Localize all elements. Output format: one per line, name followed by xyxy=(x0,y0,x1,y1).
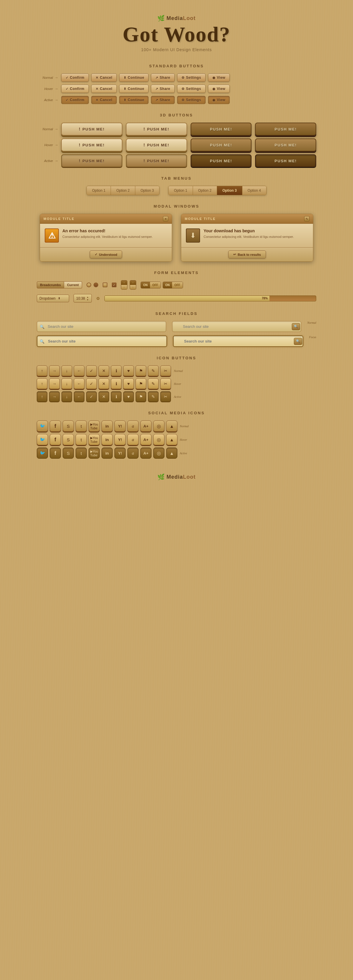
share-btn-hover[interactable]: ↗ Share xyxy=(151,85,174,93)
search-input-right-normal[interactable] xyxy=(172,321,302,332)
facebook-normal[interactable]: f xyxy=(50,420,61,432)
youtube-active[interactable]: ▶YouTube xyxy=(89,447,100,459)
settings-btn-active[interactable]: ⚙ Settings xyxy=(177,96,206,104)
search-input-right-focus[interactable] xyxy=(173,336,303,347)
push-3-normal[interactable]: PUSH ME! xyxy=(191,123,252,135)
icon-flag-normal[interactable]: ⚑ xyxy=(136,366,146,376)
icon-heart-active[interactable]: ♥ xyxy=(123,391,134,402)
push-1-hover[interactable]: ! PUSH ME! xyxy=(61,138,122,151)
icon-flag-active[interactable]: ⚑ xyxy=(136,391,146,402)
icon-up-active[interactable]: ↑ xyxy=(37,391,47,402)
tab-g2-option1[interactable]: Option 1 xyxy=(169,186,193,195)
font-normal[interactable]: A+ xyxy=(140,420,152,432)
misc-normal[interactable]: ▲ xyxy=(166,420,177,432)
continue-btn-normal[interactable]: ⬆ Continue xyxy=(119,73,149,82)
amazon-hover[interactable]: a xyxy=(127,434,139,445)
search-input-left-normal[interactable] xyxy=(37,321,166,332)
modal-close-button[interactable]: ✕ xyxy=(163,216,168,221)
icon-edit-hover[interactable]: ✎ xyxy=(148,379,158,389)
push-1-active[interactable]: ! PUSH ME! xyxy=(61,154,122,167)
icon-up-normal[interactable]: ↑ xyxy=(37,366,47,376)
modal-edit-button[interactable]: ✎ xyxy=(304,216,310,221)
icon-down-normal[interactable]: ↓ xyxy=(61,366,72,376)
youtube-normal[interactable]: ▶YouTube xyxy=(89,420,100,432)
toggle-2[interactable]: ON OFF xyxy=(163,282,183,288)
icon-info-normal[interactable]: ℹ xyxy=(111,366,121,376)
icon-scissors-normal[interactable]: ✂ xyxy=(160,366,171,376)
vtoggle-1[interactable]: ↑ ↓ xyxy=(121,280,127,290)
linkedin-normal[interactable]: in xyxy=(102,420,113,432)
tab-g2-option4[interactable]: Option 4 xyxy=(243,186,266,195)
linkedin-hover[interactable]: in xyxy=(102,434,113,445)
icon-left-hover[interactable]: ← xyxy=(74,379,85,389)
toggle-1[interactable]: ON OFF xyxy=(141,282,161,288)
share-btn-active[interactable]: ↗ Share xyxy=(151,96,174,104)
push-4-active[interactable]: PUSH ME! xyxy=(255,154,316,167)
time-down[interactable]: ▼ xyxy=(86,298,89,301)
icon-x-hover[interactable]: ✕ xyxy=(99,379,109,389)
understood-button[interactable]: ✓ Understood xyxy=(90,250,122,258)
icon-scissors-hover[interactable]: ✂ xyxy=(160,379,171,389)
icon-left-normal[interactable]: ← xyxy=(74,366,85,376)
search-input-left-focus[interactable] xyxy=(37,336,167,347)
font-active[interactable]: A+ xyxy=(140,447,152,459)
icon-check-active[interactable]: ✓ xyxy=(86,391,97,402)
settings-btn-normal[interactable]: ⚙ Settings xyxy=(177,73,206,82)
icon-info-active[interactable]: ℹ xyxy=(111,391,121,402)
push-3-active[interactable]: PUSH ME! xyxy=(191,154,252,167)
time-up[interactable]: ▲ xyxy=(86,296,89,298)
icon-x-active[interactable]: ✕ xyxy=(99,391,109,402)
tab-g1-option3[interactable]: Option 3 xyxy=(135,186,159,195)
icon-right-active[interactable]: → xyxy=(49,391,60,402)
facebook-active[interactable]: f xyxy=(50,447,61,459)
search-button-right-focus[interactable]: 🔍 xyxy=(294,338,302,345)
share-btn-normal[interactable]: ↗ Share xyxy=(151,73,174,82)
push-1-normal[interactable]: ! PUSH ME! xyxy=(61,123,122,135)
icon-edit-normal[interactable]: ✎ xyxy=(148,366,158,376)
confirm-btn-active[interactable]: ✓ Confirm xyxy=(61,96,89,104)
radio-option-2[interactable] xyxy=(94,283,98,287)
icon-up-hover[interactable]: ↑ xyxy=(37,379,47,389)
checkbox-unchecked[interactable] xyxy=(103,283,107,287)
twitter-hover[interactable]: 🐦 xyxy=(37,434,48,445)
icon-edit-active[interactable]: ✎ xyxy=(148,391,158,402)
radio-option-1[interactable] xyxy=(86,283,91,287)
continue-btn-hover[interactable]: ⬆ Continue xyxy=(119,85,149,93)
dribbble-normal[interactable]: ◎ xyxy=(153,420,165,432)
youtube-hover[interactable]: ▶YouTube xyxy=(89,434,100,445)
yahoo-normal[interactable]: Y! xyxy=(115,420,126,432)
settings-small-icon[interactable]: ⚙ xyxy=(96,296,100,301)
tumblr-hover[interactable]: t xyxy=(76,434,87,445)
view-btn-active[interactable]: ◉ View xyxy=(208,96,230,104)
twitter-active[interactable]: 🐦 xyxy=(37,447,48,459)
yahoo-hover[interactable]: Y! xyxy=(115,434,126,445)
yahoo-active[interactable]: Y! xyxy=(115,447,126,459)
misc-active[interactable]: ▲ xyxy=(166,447,177,459)
push-4-hover[interactable]: PUSH ME! xyxy=(255,138,316,151)
misc-hover[interactable]: ▲ xyxy=(166,434,177,445)
push-4-normal[interactable]: PUSH ME! xyxy=(255,123,316,135)
push-3-hover[interactable]: PUSH ME! xyxy=(191,138,252,151)
skype-hover[interactable]: S xyxy=(63,434,74,445)
tab-g2-option2[interactable]: Option 2 xyxy=(193,186,217,195)
amazon-active[interactable]: a xyxy=(127,447,139,459)
dropdown[interactable]: Dropdown ⬍ xyxy=(37,294,69,302)
icon-heart-hover[interactable]: ♥ xyxy=(123,379,134,389)
dribbble-hover[interactable]: ◎ xyxy=(153,434,165,445)
icon-flag-hover[interactable]: ⚑ xyxy=(136,379,146,389)
skype-normal[interactable]: S xyxy=(63,420,74,432)
continue-btn-active[interactable]: ⬆ Continue xyxy=(119,96,149,104)
icon-left-active[interactable]: ← xyxy=(74,391,85,402)
push-2-hover[interactable]: ! PUSH ME! xyxy=(126,138,187,151)
icon-right-normal[interactable]: → xyxy=(49,366,60,376)
icon-x-normal[interactable]: ✕ xyxy=(99,366,109,376)
icon-heart-normal[interactable]: ♥ xyxy=(123,366,134,376)
back-to-results-button[interactable]: ↩ Back to results xyxy=(228,250,266,258)
icon-down-hover[interactable]: ↓ xyxy=(61,379,72,389)
icon-check-normal[interactable]: ✓ xyxy=(86,366,97,376)
view-btn-hover[interactable]: ◉ View xyxy=(208,85,230,93)
settings-btn-hover[interactable]: ⚙ Settings xyxy=(177,85,206,93)
tumblr-normal[interactable]: t xyxy=(76,420,87,432)
view-btn-normal[interactable]: ◉ View xyxy=(208,73,230,82)
icon-right-hover[interactable]: → xyxy=(49,379,60,389)
